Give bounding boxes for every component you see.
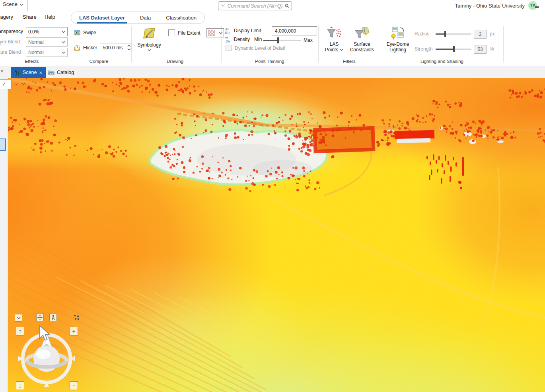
layer-visibility-checkbox[interactable]: ✓ (0, 79, 12, 89)
surface-constraints-label-1: Surface (354, 41, 370, 47)
eye-dome-lighting-icon (391, 26, 405, 41)
menu-help[interactable]: Help (45, 14, 55, 20)
symbology-label: Symbology (137, 42, 161, 48)
radius-value: 2 (479, 31, 482, 37)
chevron-down-icon (62, 41, 65, 43)
search-icon (285, 3, 289, 8)
file-extent-checkbox[interactable] (168, 29, 175, 36)
contents-pane-edge: ✓ (0, 78, 8, 392)
menu-share[interactable]: Share (23, 14, 37, 20)
flicker-interval-spinner[interactable]: 500.0 ms (100, 43, 132, 52)
strength-value-box[interactable]: 53 (474, 45, 487, 54)
navigator-collapse-button[interactable] (15, 314, 22, 322)
tilt-down-button[interactable]: ↓ (16, 381, 24, 390)
pan-mode-button[interactable] (36, 314, 44, 321)
spin-down-icon[interactable] (127, 48, 131, 51)
chevron-down-icon (148, 49, 151, 51)
scene-tab-label: Scene (23, 70, 37, 75)
spin-up-icon[interactable] (127, 45, 131, 47)
search-placeholder: Command Search (Alt+Q) (228, 3, 282, 9)
signed-in-user[interactable]: Tammy - Ohio State University (455, 3, 525, 9)
surface-constraints-button[interactable]: Surface Constraints (348, 26, 376, 53)
chevron-down-icon (20, 4, 23, 6)
symbology-button[interactable]: Symbology (135, 26, 163, 51)
chevron-down-icon (62, 51, 65, 54)
zoom-in-button[interactable]: + (70, 327, 78, 335)
strength-value: 53 (477, 47, 483, 52)
user-area: Tammy - Ohio State University TP (455, 0, 537, 11)
effects-group-label: Effects (8, 59, 56, 64)
density-row: Density Min (225, 36, 262, 43)
selected-legend-swatch[interactable] (0, 138, 6, 151)
radius-value-box[interactable]: 2 (474, 30, 487, 39)
tab-las-dataset-layer[interactable]: LAS Dataset Layer (78, 12, 126, 23)
check-icon: ✓ (2, 82, 6, 87)
contextual-tab-group: LAS Dataset Layer Data Classification (71, 12, 205, 24)
menu-row: Imagery Share Help LAS Dataset Layer Dat… (0, 11, 545, 24)
scene-icon (14, 70, 20, 76)
edl-label-1: Eye-Dome (387, 41, 409, 47)
transparency-combobox[interactable]: 0.0% (26, 27, 68, 36)
strength-slider[interactable] (436, 49, 471, 50)
flicker-value: 500.0 (103, 45, 115, 51)
lighting-group-label: Lighting and Shading (414, 59, 470, 64)
transparency-value: 0.0% (28, 29, 39, 35)
arrow-down-icon: ↓ (19, 383, 21, 388)
tilt-up-button[interactable]: ↑ (16, 327, 24, 335)
flicker-unit: ms (116, 45, 123, 51)
view-tab-scene[interactable]: Scene × (11, 67, 46, 78)
feature-blend-combobox[interactable]: Normal (26, 48, 68, 57)
file-extent-row: File Extent (168, 28, 224, 37)
las-points-label-2: Points (325, 47, 338, 53)
view-tab-catalog[interactable]: Catalog (45, 67, 78, 78)
color-swatch-icon (208, 30, 215, 36)
point-thinning-group-label: Point Thinning (246, 59, 294, 64)
layer-blend-value: Normal (28, 39, 44, 45)
command-search-input[interactable]: Command Search (Alt+Q) (218, 1, 292, 10)
display-limit-input[interactable]: 4,000,000 (272, 26, 317, 35)
swipe-button[interactable]: Swipe (74, 29, 96, 36)
menu-imagery[interactable]: Imagery (0, 14, 13, 20)
display-limit-label: Display Limit (234, 28, 261, 33)
flicker-row: Flicker 500.0 ms (74, 43, 132, 52)
density-slider[interactable] (263, 40, 301, 41)
radius-slider[interactable] (436, 33, 471, 35)
chevron-down-icon (62, 31, 65, 33)
feature-blend-value: Normal (28, 50, 44, 55)
density-icon (225, 36, 231, 43)
zoom-out-button[interactable]: − (70, 381, 78, 390)
display-limit-value: 4,000,000 (275, 28, 296, 34)
strength-unit: % (490, 46, 494, 52)
scene-viewport[interactable]: ↑ + ↓ − (8, 78, 545, 392)
tab-data[interactable]: Data (139, 12, 152, 23)
chevron-down-icon (340, 49, 343, 51)
chevron-down-icon (17, 317, 21, 319)
avatar[interactable]: TP (528, 1, 537, 10)
view-tab-bar: × Scene × Catalog (0, 66, 545, 78)
group-divider (503, 26, 504, 62)
walk-mode-button[interactable] (49, 314, 57, 321)
pane-close-icon[interactable]: × (0, 68, 4, 74)
notification-icon[interactable] (535, 6, 539, 8)
navigator-drag-handle[interactable] (74, 315, 80, 320)
surface-constraints-icon (354, 26, 370, 41)
title-bar: Scene Command Search (Alt+Q) Tammy - Ohi… (0, 0, 545, 11)
filters-group-label: Filters (325, 59, 373, 64)
ribbon: Transparency 0.0% Layer Blend Normal Fea… (0, 24, 545, 66)
symbology-icon (142, 26, 156, 41)
dynamic-lod-checkbox[interactable] (226, 45, 232, 51)
swipe-icon (74, 29, 80, 36)
density-max-label: Max (304, 37, 313, 43)
flicker-icon[interactable] (74, 45, 80, 51)
minus-icon: − (72, 383, 75, 388)
las-points-button[interactable]: LAS Points (323, 26, 345, 53)
tab-classification[interactable]: Classification (165, 12, 197, 23)
catalog-tab-label: Catalog (57, 70, 74, 75)
display-limit-row: Display Limit (225, 27, 261, 34)
layer-blend-combobox[interactable]: Normal (26, 37, 68, 47)
sparkle-icon (221, 3, 225, 8)
eye-dome-lighting-button[interactable]: Eye-Dome Lighting (385, 26, 411, 53)
arcgis-pro-window: Scene Command Search (Alt+Q) Tammy - Ohi… (0, 0, 545, 392)
scene-tab-close-icon[interactable]: × (39, 70, 42, 76)
file-extent-color-picker[interactable] (206, 28, 224, 37)
